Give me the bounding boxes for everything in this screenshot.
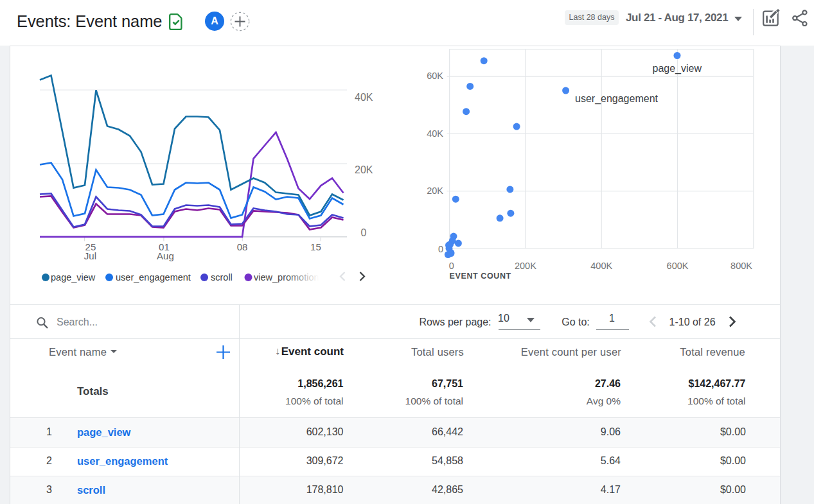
svg-text:EVENT COUNT: EVENT COUNT	[450, 271, 511, 280]
svg-text:0: 0	[449, 260, 454, 270]
svg-text:20K: 20K	[355, 164, 373, 175]
svg-text:15: 15	[310, 241, 321, 252]
svg-text:200K: 200K	[515, 260, 536, 270]
svg-text:400K: 400K	[590, 260, 612, 270]
svg-text:view_promotion: view_promotion	[254, 272, 319, 282]
svg-text:40K: 40K	[427, 128, 443, 138]
svg-text:scroll: scroll	[211, 272, 233, 282]
svg-text:Aug: Aug	[157, 250, 174, 261]
svg-text:user_engagement: user_engagement	[116, 272, 191, 282]
svg-text:Jul: Jul	[84, 250, 96, 261]
svg-text:40K: 40K	[355, 92, 373, 103]
svg-text:600K: 600K	[667, 260, 689, 270]
svg-text:page_view: page_view	[51, 272, 96, 282]
svg-text:0: 0	[361, 227, 367, 238]
svg-text:user_engagement: user_engagement	[575, 93, 659, 105]
svg-text:page_view: page_view	[653, 63, 702, 74]
svg-text:60K: 60K	[427, 71, 443, 81]
svg-text:08: 08	[237, 241, 248, 252]
svg-text:800K: 800K	[730, 260, 752, 270]
svg-text:0: 0	[438, 243, 443, 254]
svg-text:20K: 20K	[427, 186, 443, 196]
